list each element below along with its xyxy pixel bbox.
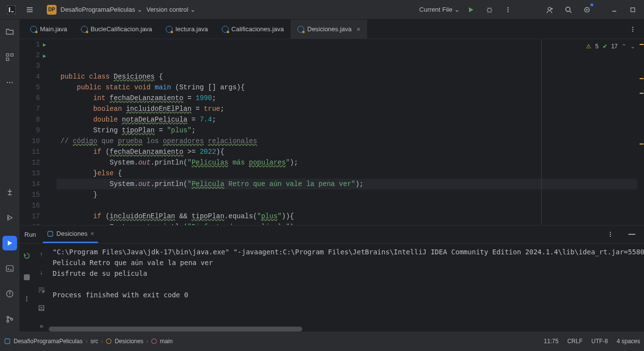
debug-button[interactable] [482, 2, 497, 17]
line-number[interactable]: 1 [22, 39, 40, 50]
chevron-up-icon[interactable]: ⌃ [622, 43, 626, 50]
run-config-selector[interactable]: Current File ⌄ [419, 6, 460, 13]
line-number[interactable]: 12 [22, 157, 40, 168]
caret-position[interactable]: 11:75 [544, 338, 559, 345]
console-output[interactable]: "C:\Program Files\Java\jdk-17\bin\java.e… [49, 244, 644, 327]
line-number[interactable]: 18 [22, 222, 40, 225]
more-tool-icon[interactable] [2, 75, 17, 90]
code-line[interactable]: System.out.println("Pelicula Retro que a… [57, 179, 637, 189]
run-tool-icon[interactable] [2, 236, 17, 250]
editor[interactable]: 123456789101112131415161718 ▶▶ public cl… [20, 39, 644, 225]
ide-logo-icon[interactable] [4, 2, 19, 17]
more-icon[interactable] [501, 2, 515, 17]
line-number[interactable]: 14 [22, 179, 40, 189]
editor-tab[interactable]: Desiciones.java× [291, 20, 367, 39]
run-panel-more-icon[interactable] [603, 227, 618, 242]
breadcrumb-item[interactable]: src [90, 338, 98, 345]
code-line[interactable]: public static void main (String [] args)… [57, 82, 637, 93]
project-selector[interactable]: DesafioProgramaPeliculas ⌄ [60, 6, 142, 13]
line-number[interactable]: 16 [22, 200, 40, 211]
code-line[interactable]: if (incluidoEnElPlan && tipoPlan.equals(… [57, 211, 637, 222]
error-stripe[interactable] [637, 39, 644, 225]
inspection-widget[interactable]: ⚠5 ✔17 ⌃ ⌄ [586, 43, 635, 50]
version-control-label: Version control [146, 6, 188, 13]
run-button[interactable] [464, 2, 478, 17]
code-line[interactable]: boolean incluidoEnElPlan = true; [57, 103, 637, 114]
tabs-more-icon[interactable] [625, 22, 640, 37]
code-area[interactable]: public class Desiciones { public static … [57, 39, 637, 225]
indent-setting[interactable]: 4 spaces [617, 338, 640, 345]
minimize-icon[interactable] [607, 2, 622, 17]
breadcrumb-item[interactable]: DesafioProgramaPeliculas [14, 338, 82, 345]
soft-wrap-icon[interactable] [34, 285, 49, 296]
line-number[interactable]: 7 [22, 103, 40, 114]
code-with-me-icon[interactable] [543, 2, 557, 17]
code-line[interactable]: // código que prueba los operadores rela… [57, 136, 637, 146]
code-line[interactable]: System.out.println("Disfrute de su pelíc… [57, 222, 637, 225]
chevron-down-icon[interactable]: ⌄ [630, 43, 635, 50]
run-config-tab[interactable]: Desiciones × [43, 226, 98, 243]
build-tool-icon[interactable] [2, 185, 17, 200]
code-line[interactable]: int fechaDeLanzamiento = 1990; [57, 93, 637, 103]
code-line[interactable]: System.out.println("Películas más popula… [57, 157, 637, 168]
code-line[interactable]: } [57, 189, 637, 200]
chevron-down-icon: ⌄ [454, 6, 460, 13]
breadcrumb-item[interactable]: Desiciones [115, 338, 143, 345]
gutter-run-icon[interactable]: ▶ [43, 39, 57, 50]
search-icon[interactable] [561, 2, 576, 17]
settings-icon[interactable] [580, 2, 594, 17]
editor-tab[interactable]: Calificaciones.java [215, 20, 291, 39]
code-line[interactable] [57, 200, 637, 211]
editor-tab[interactable]: Main.java [23, 20, 74, 39]
top-bar: DP DesafioProgramaPeliculas ⌄ Version co… [0, 0, 644, 20]
line-separator[interactable]: CRLF [567, 338, 583, 345]
file-encoding[interactable]: UTF-8 [591, 338, 608, 345]
project-tool-icon[interactable] [2, 24, 17, 39]
line-number[interactable]: 4 [22, 71, 40, 82]
hide-panel-icon[interactable] [624, 227, 639, 242]
breadcrumbs[interactable]: DesafioProgramaPeliculas › src › Desicio… [4, 338, 173, 345]
vcs-tool-icon[interactable] [2, 312, 17, 327]
restore-icon[interactable] [625, 2, 640, 17]
close-icon[interactable]: × [356, 25, 360, 33]
horizontal-scrollbar[interactable] [49, 327, 644, 331]
line-number[interactable]: 5 [22, 82, 40, 93]
code-line[interactable]: }else { [57, 168, 637, 179]
down-trace-icon[interactable]: ↓ [34, 267, 49, 278]
stop-icon[interactable] [20, 270, 34, 285]
line-number[interactable]: 17 [22, 211, 40, 222]
rerun-icon[interactable] [20, 248, 34, 263]
breadcrumb-item[interactable]: main [160, 338, 173, 345]
hamburger-icon[interactable] [22, 2, 37, 17]
expand-icon[interactable]: » [34, 320, 49, 331]
line-number[interactable]: 8 [22, 114, 40, 125]
problems-tool-icon[interactable] [2, 287, 17, 301]
line-number[interactable]: 15 [22, 189, 40, 200]
line-number[interactable]: 13 [22, 168, 40, 179]
services-tool-icon[interactable] [2, 210, 17, 225]
console-more-icon[interactable] [20, 291, 34, 306]
code-line[interactable]: if (fechaDeLanzamiento >= 2022){ [57, 146, 637, 157]
line-number[interactable]: 3 [22, 61, 40, 71]
line-number[interactable]: 11 [22, 146, 40, 157]
line-number[interactable]: 6 [22, 93, 40, 103]
editor-tab[interactable]: lectura.java [159, 20, 215, 39]
up-trace-icon[interactable]: ↑ [34, 248, 49, 260]
editor-tab[interactable]: BucleCalificacion.java [74, 20, 159, 39]
code-line[interactable]: public class Desiciones { [57, 71, 637, 82]
gutter-run-icon[interactable]: ▶ [43, 50, 57, 62]
gutter-run-icon [43, 83, 57, 94]
line-number[interactable]: 9 [22, 125, 40, 136]
line-number[interactable]: 2 [22, 50, 40, 61]
structure-tool-icon[interactable] [2, 50, 17, 64]
code-line[interactable]: String tipoPlan = "plus"; [57, 125, 637, 136]
scroll-end-icon[interactable] [34, 302, 49, 313]
line-number[interactable]: 10 [22, 136, 40, 146]
code-line[interactable]: double notaDeLaPelicula = 7.4; [57, 114, 637, 125]
run-gutter[interactable]: ▶▶ [43, 39, 57, 225]
check-count: 17 [611, 43, 618, 50]
svg-point-22 [7, 320, 9, 322]
version-control-menu[interactable]: Version control ⌄ [146, 6, 195, 13]
close-icon[interactable]: × [90, 230, 94, 237]
terminal-tool-icon[interactable] [2, 261, 17, 276]
